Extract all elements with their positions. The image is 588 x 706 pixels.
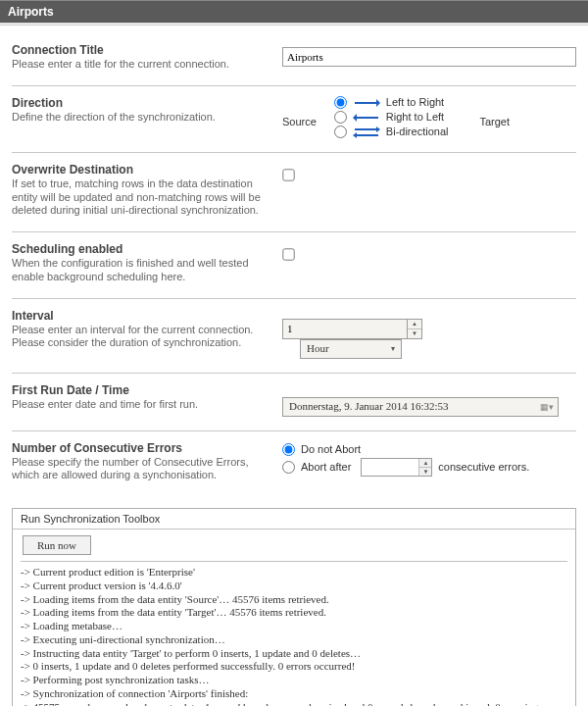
svg-marker-5 xyxy=(376,126,380,132)
log-line: -> 0 inserts, 1 update and 0 deletes per… xyxy=(21,660,567,674)
first-run-label: First Run Date / Time xyxy=(12,383,265,397)
section-scheduling: Scheduling enabled When the configuratio… xyxy=(12,232,576,299)
window-title: Airports xyxy=(0,0,588,24)
interval-desc: Please enter an interval for the current… xyxy=(12,324,265,351)
log-line: -> Loading items from the data entity 'S… xyxy=(21,593,567,607)
section-interval: Interval Please enter an interval for th… xyxy=(12,299,576,374)
overwrite-checkbox[interactable] xyxy=(282,169,294,180)
abort-count-input[interactable] xyxy=(362,459,418,476)
section-consecutive-errors: Number of Consecutive Errors Please spec… xyxy=(12,431,576,497)
direction-radio-bi[interactable] xyxy=(334,126,347,138)
direction-radio-ltr[interactable] xyxy=(334,96,347,109)
abort-suffix-label: consecutive errors. xyxy=(438,461,529,473)
log-line: -> Loading items from the data entity 'T… xyxy=(21,606,567,620)
interval-label: Interval xyxy=(12,309,265,323)
errors-label: Number of Consecutive Errors xyxy=(12,441,265,455)
log-line: -> Current product version is '4.4.6.0' xyxy=(21,580,567,593)
abort-count-spinner[interactable]: ▲ ▼ xyxy=(361,458,432,477)
section-connection-title: Connection Title Please enter a title fo… xyxy=(12,33,576,86)
scheduling-checkbox[interactable] xyxy=(282,248,294,260)
direction-label: Direction xyxy=(12,96,265,110)
abort-radio-do-not[interactable] xyxy=(282,443,295,456)
interval-spinner[interactable]: ▲ ▼ xyxy=(282,319,576,339)
arrow-ltr-icon xyxy=(353,96,380,108)
direction-desc: Define the direction of the synchronizat… xyxy=(12,111,265,125)
log-line: -> 45575 records were already up-to-date… xyxy=(21,701,567,707)
direction-option-rtl[interactable]: Right to Left xyxy=(334,111,449,124)
interval-unit-value: Hour xyxy=(301,340,385,358)
abort-radio-after[interactable] xyxy=(282,461,295,474)
toolbox-title: Run Synchronization Toolbox xyxy=(13,509,575,530)
connection-title-input[interactable] xyxy=(282,47,576,67)
log-line: -> Synchronization of connection 'Airpor… xyxy=(21,687,567,701)
direction-target-label: Target xyxy=(448,106,527,127)
direction-option-ltr[interactable]: Left to Right xyxy=(334,96,449,109)
scheduling-desc: When the configuration is finished and w… xyxy=(12,257,265,284)
section-overwrite: Overwrite Destination If set to true, ma… xyxy=(12,153,576,232)
connection-title-desc: Please enter a title for the current con… xyxy=(12,58,265,72)
svg-marker-1 xyxy=(376,99,380,107)
section-direction: Direction Define the direction of the sy… xyxy=(12,86,576,153)
abort-spin-down-icon[interactable]: ▼ xyxy=(419,468,431,476)
direction-source-label: Source xyxy=(282,106,334,127)
interval-unit-combo[interactable]: Hour ▾ xyxy=(300,339,402,359)
log-line: -> Executing uni-directional synchroniza… xyxy=(21,633,567,647)
errors-desc: Please specify the number of Consecutive… xyxy=(12,456,265,483)
chevron-down-icon[interactable]: ▾ xyxy=(385,340,401,358)
sync-log: -> Current product edition is 'Enterpris… xyxy=(21,561,567,706)
arrow-bi-icon xyxy=(353,126,380,137)
section-first-run: First Run Date / Time Please enter date … xyxy=(12,374,576,431)
first-run-datetime-value: Donnerstag, 9. Januar 2014 16:32:53 xyxy=(283,398,536,416)
direction-option-ltr-label: Left to Right xyxy=(384,96,444,108)
svg-marker-3 xyxy=(353,114,357,122)
log-line: -> Current product edition is 'Enterpris… xyxy=(21,566,567,580)
interval-spin-up-icon[interactable]: ▲ xyxy=(408,320,421,329)
overwrite-desc: If set to true, matching rows in the dat… xyxy=(12,177,265,218)
first-run-datetime-picker[interactable]: Donnerstag, 9. Januar 2014 16:32:53 ▦▾ xyxy=(282,397,559,417)
abort-do-not-label: Do not Abort xyxy=(301,443,361,455)
connection-title-label: Connection Title xyxy=(12,43,265,57)
abort-option-do-not[interactable]: Do not Abort xyxy=(282,443,576,456)
arrow-rtl-icon xyxy=(353,111,380,123)
direction-option-rtl-label: Right to Left xyxy=(384,111,444,123)
abort-after-label: Abort after xyxy=(301,461,351,473)
scheduling-label: Scheduling enabled xyxy=(12,242,265,256)
log-line: -> Instructing data entity 'Target' to p… xyxy=(21,647,567,661)
direction-option-bi-label: Bi-directional xyxy=(384,126,449,137)
run-sync-toolbox: Run Synchronization Toolbox Run now -> C… xyxy=(12,508,576,706)
first-run-desc: Please enter date and time for first run… xyxy=(12,398,265,412)
interval-value-input[interactable] xyxy=(282,319,408,339)
abort-option-after[interactable]: Abort after ▲ ▼ consecutive errors. xyxy=(282,458,576,477)
run-now-button[interactable]: Run now xyxy=(23,535,91,555)
overwrite-label: Overwrite Destination xyxy=(12,163,265,176)
direction-radio-rtl[interactable] xyxy=(334,111,347,124)
interval-spin-down-icon[interactable]: ▼ xyxy=(408,329,421,338)
direction-option-bi[interactable]: Bi-directional xyxy=(334,126,449,138)
log-line: -> Loading metabase… xyxy=(21,620,567,633)
log-line: -> Performing post synchronization tasks… xyxy=(21,674,567,687)
calendar-dropdown-icon[interactable]: ▦▾ xyxy=(536,398,558,416)
svg-marker-7 xyxy=(353,132,357,138)
abort-spin-up-icon[interactable]: ▲ xyxy=(419,459,431,468)
